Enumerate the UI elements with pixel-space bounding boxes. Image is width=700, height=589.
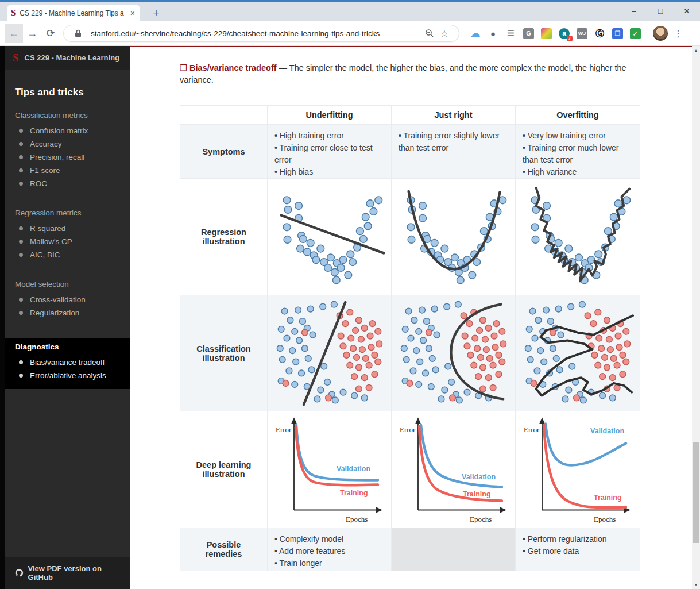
zoom-out-icon[interactable] bbox=[422, 29, 437, 38]
training-label: Training bbox=[463, 490, 491, 498]
sidebar-item[interactable]: Accuracy bbox=[21, 137, 130, 151]
row-label-deep-learning: Deep learning illustration bbox=[180, 411, 268, 528]
check-extension-icon[interactable]: ✓ bbox=[628, 26, 643, 40]
data-point bbox=[624, 340, 631, 347]
data-point bbox=[550, 345, 556, 351]
scroll-down-arrow[interactable]: ▼ bbox=[692, 580, 700, 589]
section-label[interactable]: Model selection bbox=[5, 280, 130, 288]
sidebar-item[interactable]: Regularization bbox=[21, 306, 130, 319]
url-text[interactable]: stanford.edu/~shervine/teaching/cs-229/c… bbox=[91, 29, 422, 38]
bullet-item: • Training error much lower than test er… bbox=[523, 142, 633, 166]
data-point bbox=[470, 362, 477, 368]
data-point bbox=[555, 239, 562, 247]
data-point bbox=[374, 328, 381, 334]
section-label[interactable]: Diagnostics bbox=[5, 342, 130, 351]
scholar-extension-icon[interactable]: Ⓖ bbox=[592, 26, 608, 40]
x-axis-label: Epochs bbox=[346, 515, 368, 523]
cloud-extension-icon[interactable]: ☁ bbox=[467, 26, 483, 40]
data-point bbox=[474, 345, 480, 351]
tab-strip: S CS 229 - Machine Learning Tips a × + –… bbox=[0, 2, 700, 21]
new-tab-button[interactable]: + bbox=[148, 6, 164, 20]
sidebar-item[interactable]: ROC bbox=[21, 177, 130, 190]
annotator-extension-icon[interactable]: a7 bbox=[556, 26, 572, 40]
data-point bbox=[408, 335, 414, 341]
bookmark-star-icon[interactable]: ☆ bbox=[437, 28, 452, 39]
data-point bbox=[324, 264, 331, 272]
data-point bbox=[283, 224, 291, 231]
section-marker-icon: ❒ bbox=[180, 63, 187, 72]
toolbar-divider bbox=[648, 27, 648, 40]
sidebar-header[interactable]: S CS 229 - Machine Learning bbox=[5, 46, 130, 70]
cube-extension-glyph bbox=[541, 28, 552, 39]
window-controls: – □ ✕ bbox=[621, 2, 700, 21]
cube-extension-icon[interactable] bbox=[539, 26, 554, 40]
page-scrollbar[interactable]: ▲ ▼ bbox=[692, 46, 700, 589]
section-label[interactable]: Classification metrics bbox=[5, 111, 130, 120]
circle-extension-icon[interactable]: ● bbox=[485, 26, 501, 40]
data-point bbox=[301, 329, 308, 336]
table-corner-cell bbox=[180, 106, 268, 125]
data-point bbox=[462, 333, 468, 339]
chrome-menu-icon[interactable]: ⋮ bbox=[674, 28, 683, 39]
pdf-github-link[interactable]: View PDF version on GitHub bbox=[5, 557, 130, 589]
remedies-underfitting-cell: • Complexify model• Add more features• T… bbox=[268, 528, 392, 571]
data-point bbox=[278, 326, 284, 332]
data-point bbox=[374, 197, 382, 204]
regression-underfitting-plot bbox=[273, 183, 386, 291]
back-button[interactable]: ← bbox=[5, 24, 23, 43]
data-point bbox=[614, 362, 620, 368]
g-extension-icon[interactable]: G bbox=[521, 26, 536, 40]
sidebar-item[interactable]: Error/ablative analysis bbox=[21, 369, 130, 382]
validation-label: Validation bbox=[337, 465, 370, 473]
sidebar-item[interactable]: Cross-validation bbox=[21, 293, 130, 306]
data-point bbox=[347, 335, 354, 341]
remedies-just-right-cell bbox=[392, 528, 516, 571]
scrollbar-thumb[interactable] bbox=[693, 442, 699, 543]
data-point bbox=[541, 359, 547, 365]
column-header-overfitting: Overfitting bbox=[516, 106, 640, 125]
sidebar-item[interactable]: AIC, BIC bbox=[21, 248, 130, 261]
bullet-item: • High training error bbox=[274, 130, 384, 142]
sidebar-item[interactable]: F1 score bbox=[21, 164, 130, 177]
sidebar-item[interactable]: Bias/variance tradeoff bbox=[21, 356, 130, 369]
sidebar-item[interactable]: Confusion matrix bbox=[21, 124, 130, 137]
row-label-symptoms: Symptoms bbox=[180, 125, 268, 179]
layers-extension-icon[interactable]: ☰ bbox=[503, 26, 519, 40]
data-point bbox=[448, 379, 454, 385]
data-point bbox=[569, 363, 575, 369]
minimize-button[interactable]: – bbox=[621, 2, 647, 20]
data-point bbox=[479, 364, 486, 371]
remedies-overfitting-cell: • Perform regularization• Get more data bbox=[516, 528, 640, 571]
data-point bbox=[299, 236, 307, 243]
profile-avatar[interactable] bbox=[653, 26, 668, 41]
address-bar[interactable]: stanford.edu/~shervine/teaching/cs-229/c… bbox=[63, 25, 459, 42]
maximize-button[interactable]: □ bbox=[647, 2, 674, 20]
data-point bbox=[485, 374, 492, 380]
data-point bbox=[604, 317, 610, 323]
notes-extension-icon[interactable]: ❐ bbox=[610, 26, 625, 40]
section-label[interactable]: Regression metrics bbox=[5, 209, 130, 217]
scroll-up-arrow[interactable]: ▲ bbox=[692, 46, 700, 55]
y-axis-label: Error bbox=[400, 425, 416, 434]
reload-button[interactable]: ⟳ bbox=[41, 24, 60, 43]
data-point bbox=[332, 396, 338, 403]
data-point bbox=[602, 354, 608, 360]
data-point bbox=[366, 362, 372, 368]
close-button[interactable]: ✕ bbox=[674, 2, 700, 20]
browser-tab[interactable]: S CS 229 - Machine Learning Tips a × bbox=[7, 5, 140, 21]
sidebar-item[interactable]: R squared bbox=[21, 222, 130, 235]
data-point bbox=[402, 326, 408, 332]
sidebar-section-classification-metrics: Classification metrics Confusion matrixA… bbox=[5, 110, 130, 196]
data-point bbox=[281, 308, 288, 314]
data-point bbox=[352, 327, 358, 333]
data-point bbox=[543, 202, 551, 210]
forward-button[interactable]: → bbox=[23, 24, 41, 43]
wsj-extension-icon[interactable]: WJ bbox=[574, 26, 590, 40]
tab-close-icon[interactable]: × bbox=[129, 9, 136, 18]
data-point bbox=[616, 344, 622, 350]
sidebar-item[interactable]: Mallow's CP bbox=[21, 235, 130, 248]
sidebar-item[interactable]: Precision, recall bbox=[21, 151, 130, 164]
data-point bbox=[303, 248, 311, 256]
data-point bbox=[607, 346, 613, 352]
data-point bbox=[466, 320, 473, 326]
